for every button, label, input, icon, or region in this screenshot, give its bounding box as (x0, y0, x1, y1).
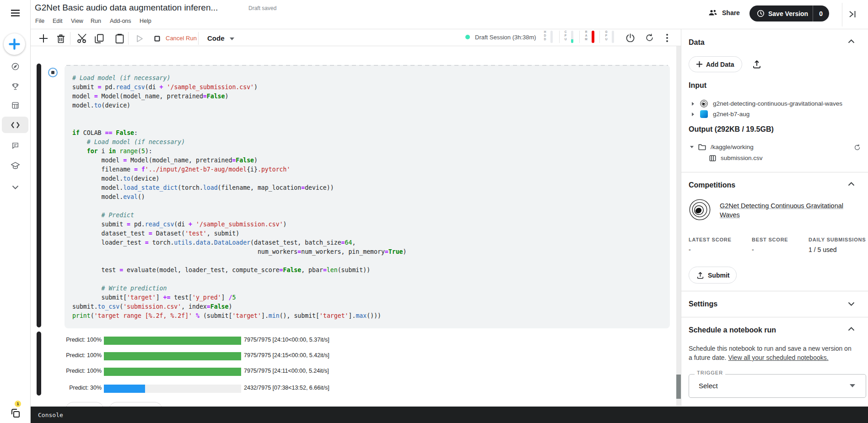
best-score-label: BEST SCORE (752, 237, 788, 242)
cell-focus-bar[interactable] (37, 64, 41, 327)
meter-divider (599, 31, 600, 43)
delete-cell-icon[interactable] (57, 34, 65, 43)
datasets-grid-icon (11, 102, 19, 109)
share-icon (708, 9, 717, 16)
collapse-caret-icon[interactable] (690, 146, 694, 148)
cell-running-indicator[interactable] (48, 68, 58, 77)
console-bar[interactable]: Console (31, 407, 868, 423)
share-button[interactable]: Share (708, 9, 740, 16)
ram-meter-label: RAM (583, 30, 589, 41)
restart-session-icon[interactable] (645, 33, 654, 42)
output-file-row[interactable]: submission.csv (709, 155, 763, 161)
progress-stats: 7975/7975 [24:15<00:00, 5.42it/s] (244, 352, 329, 359)
schedule-description: Schedule this notebook to run and save a… (689, 344, 867, 362)
input-heading: Input (689, 81, 706, 90)
collapse-panel-icon[interactable] (849, 10, 856, 18)
latest-score-label: LATEST SCORE (689, 237, 732, 242)
cell-type-caret-icon[interactable] (230, 37, 234, 40)
menu-view[interactable]: View (71, 18, 83, 24)
toolbar-divider (128, 32, 129, 45)
code-lines[interactable]: # Load model (if necessary)submit = pd.r… (72, 74, 407, 321)
session-status-dot (465, 35, 470, 39)
cancel-run-button[interactable]: Cancel Run (166, 35, 197, 42)
progress-label: Predict: 100% (46, 352, 102, 359)
menu-run[interactable]: Run (91, 18, 101, 24)
upload-data-icon[interactable] (753, 60, 761, 69)
sidebar-item-explore[interactable] (0, 63, 30, 70)
section-divider (681, 291, 868, 291)
power-icon[interactable] (626, 33, 635, 42)
scrollbar-thumb[interactable] (676, 375, 681, 399)
table-file-icon (709, 155, 716, 161)
graduation-cap-icon (11, 161, 20, 169)
save-version-divider (813, 5, 813, 21)
progress-stats: 2432/7975 [07:38<13:52, 6.66it/s] (244, 385, 329, 391)
menu-addons[interactable]: Add-ons (110, 18, 131, 24)
input-item-dataset[interactable]: g2net-b7-aug (692, 110, 749, 118)
cpu-meter-label: CPU (563, 30, 568, 41)
expand-caret-icon[interactable] (692, 102, 694, 106)
stop-cell-icon[interactable] (154, 36, 160, 42)
cut-cell-icon[interactable] (77, 34, 87, 43)
schedule-heading: Schedule a notebook run (689, 326, 776, 334)
create-button[interactable] (4, 33, 25, 55)
competition-data-icon (700, 100, 708, 107)
menu-file[interactable]: File (35, 18, 44, 24)
paste-cell-icon[interactable] (115, 34, 124, 43)
sidebar-item-competitions[interactable] (0, 83, 30, 91)
expand-caret-icon[interactable] (692, 112, 694, 116)
menu-edit[interactable]: Edit (53, 18, 63, 24)
version-count[interactable]: 0 (819, 10, 823, 17)
sidebar-item-datasets[interactable] (0, 102, 30, 109)
output-working-dir[interactable]: /kaggle/working (690, 144, 754, 150)
progress-label: Predict: 30% (46, 385, 102, 391)
compass-icon (11, 63, 19, 70)
progress-stats: 7975/7975 [24:11<00:00, 5.24it/s] (244, 368, 329, 374)
discussion-icon (11, 142, 19, 150)
menu-help[interactable]: Help (140, 18, 151, 24)
schedule-collapse-icon[interactable] (848, 327, 855, 331)
submit-button[interactable]: Submit (689, 267, 737, 284)
sidebar-item-discussions[interactable] (0, 142, 30, 150)
cell-type-dropdown[interactable]: Code (207, 34, 225, 42)
progress-label: Predict: 100% (46, 368, 102, 374)
gpu-meter (612, 31, 614, 43)
sidebar-more-chevron-icon[interactable] (0, 185, 30, 189)
hamburger-menu-icon[interactable] (0, 9, 30, 17)
competitions-collapse-icon[interactable] (848, 182, 855, 186)
refresh-output-icon[interactable] (854, 144, 861, 151)
competition-link[interactable]: G2Net Detecting Continuous Gravitational… (720, 201, 852, 220)
sidebar-divider (30, 0, 31, 423)
dataset-icon (700, 110, 708, 118)
save-version-button[interactable]: Save Version 0 (749, 5, 829, 21)
competition-logo (689, 199, 711, 220)
progress-bar (104, 385, 241, 393)
sidebar-item-learn[interactable] (0, 161, 30, 169)
notification-badge: 1 (15, 401, 21, 407)
meter-divider (579, 31, 580, 43)
input-item-competition[interactable]: g2net-detecting-continuous-gravitational… (692, 100, 842, 107)
copy-cell-icon[interactable] (95, 34, 104, 43)
cpu-meter (571, 31, 573, 43)
output-focus-bar[interactable] (37, 332, 41, 396)
toolbar-divider (70, 32, 70, 45)
data-collapse-icon[interactable] (848, 39, 855, 43)
add-data-button[interactable]: Add Data (689, 56, 742, 72)
more-options-icon[interactable] (666, 34, 668, 42)
sidebar-item-code[interactable] (0, 122, 30, 129)
windows-stack-icon[interactable] (0, 407, 30, 419)
data-section-heading: Data (689, 38, 705, 47)
section-divider (681, 317, 868, 317)
notebook-scrollbar[interactable] (676, 46, 681, 406)
scheduled-notebooks-link[interactable]: View all your scheduled notebooks. (728, 354, 828, 361)
add-cell-icon[interactable] (39, 34, 48, 43)
notebook-title[interactable]: G2Net Basic audio data augmentation infe… (35, 3, 218, 13)
hdd-meter (550, 31, 553, 43)
progress-bar (104, 352, 241, 360)
toolbar-bottom-divider (31, 46, 681, 46)
best-score-value: - (752, 246, 754, 253)
settings-expand-icon[interactable] (848, 302, 855, 306)
progress-label: Predict: 100% (46, 337, 102, 343)
meter-divider (559, 31, 560, 43)
toolbar-divider (198, 32, 199, 45)
